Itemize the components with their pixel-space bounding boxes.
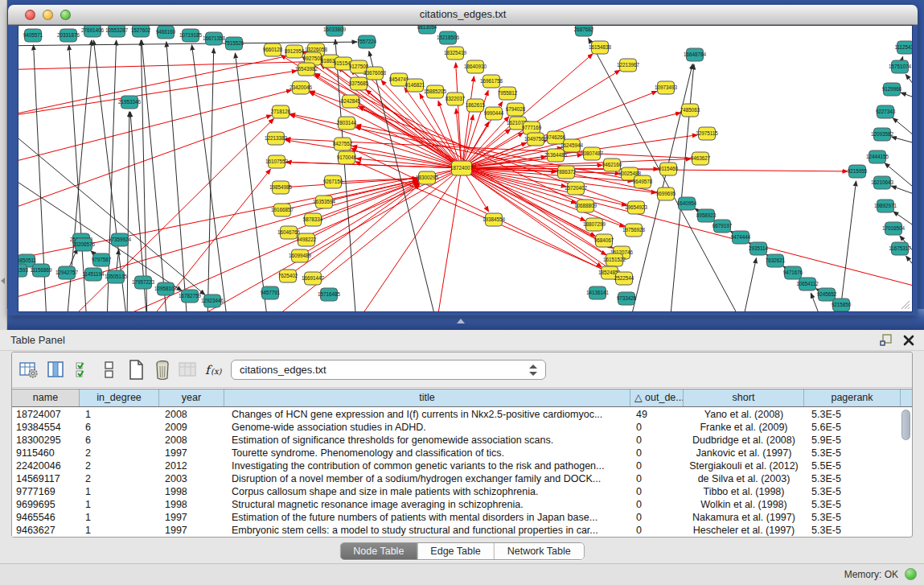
graph-node[interactable]: 9990444 [484,107,504,120]
table-cell[interactable]: Tourette syndrome. Phenomenology and cla… [224,447,630,459]
table-cell[interactable]: 0 [630,485,684,498]
graph-edge[interactable] [306,182,418,240]
table-cell[interactable]: 9463627 [12,524,80,537]
table-cell[interactable]: Dudbridge et al. (2008) [684,434,804,447]
table-cell[interactable]: 5.3E-5 [804,472,901,485]
graph-node[interactable]: 19654923 [625,201,648,214]
table-cell[interactable]: 2 [80,459,159,472]
graph-edge[interactable] [18,71,297,118]
tab-node-table[interactable]: Node Table [340,543,417,559]
table-cell[interactable]: 2009 [159,421,224,434]
graph-edge[interactable] [891,186,913,199]
graph-node[interactable]: 9474444 [731,231,751,244]
table-row[interactable]: 1872400712008Changes of HCN gene express… [12,408,901,421]
graph-edge[interactable] [892,137,913,146]
table-cell[interactable]: 9777169 [12,485,80,498]
graph-node[interactable]: 8958923 [696,209,717,222]
graph-node[interactable]: 16691447 [302,272,325,285]
graph-node[interactable]: 9170046 [337,151,357,164]
graph-node[interactable]: 10497568 [524,133,548,146]
table-cell[interactable]: 1997 [159,447,224,459]
table-cell[interactable]: Disruption of a novel member of a sodium… [224,472,630,485]
delete-table-icon[interactable] [152,360,173,381]
table-cell[interactable]: 22420046 [12,459,80,472]
table-row[interactable]: 1456911722003Disruption of a novel membe… [12,472,901,485]
graph-node[interactable]: 12975115 [696,127,718,140]
graph-node[interactable]: 8912954 [285,45,305,58]
table-cell[interactable]: 9699695 [12,498,80,511]
table-cell[interactable]: 1 [80,498,159,511]
float-window-icon[interactable] [880,334,892,346]
graph-edge[interactable] [18,61,321,70]
graph-node[interactable]: 21953346 [118,96,142,109]
table-cell[interactable]: 0 [630,447,684,459]
table-cell[interactable]: 1 [80,408,159,421]
graph-node[interactable]: 12444155 [866,150,889,163]
table-selector-dropdown[interactable]: citations_edges.txt [231,360,546,380]
table-cell[interactable]: 5.3E-5 [804,524,901,537]
table-row[interactable]: 977716911998Corpus callosum shape and si… [12,485,901,498]
table-row[interactable]: 946554611997Estimation of the future num… [12,511,901,524]
graph-node[interactable]: 17016504 [882,222,906,235]
graph-node[interactable]: 6679197 [713,220,733,233]
graph-node[interactable]: 6794028 [506,103,526,116]
table-cell[interactable]: 18300295 [12,434,80,447]
graph-node[interactable]: 19756928 [622,224,646,237]
graph-node[interactable]: 1862615 [466,99,486,112]
graph-node[interactable]: 19384554 [483,213,506,226]
table-cell[interactable]: 49 [630,408,684,421]
graph-node[interactable]: 13505135 [105,270,128,283]
graph-node[interactable]: 19166857 [271,204,294,216]
graph-node[interactable]: 9466160 [156,26,176,39]
table-cell[interactable]: Wolkin et al. (1998) [684,498,804,511]
graph-node[interactable]: 15751074 [889,60,912,73]
graph-node[interactable]: 10553287 [105,26,129,37]
table-cell[interactable]: 18724007 [12,408,80,421]
network-graph[interactable]: 9660128891295413226058992750816543982234… [18,26,913,312]
network-canvas[interactable]: 9660128891295413226058992750816543982234… [18,25,913,312]
graph-node[interactable]: 16671358 [203,32,226,45]
scrollbar-thumb[interactable] [901,410,910,440]
graph-edge[interactable] [142,40,167,312]
network-window[interactable]: citations_edges.txt 96601288912954132260… [8,5,918,315]
graph-node[interactable]: 5878334 [303,213,323,226]
graph-node[interactable]: 16154838 [589,41,612,54]
graph-node[interactable]: 9215955 [848,165,868,178]
graph-node[interactable]: 21364486 [544,149,568,162]
graph-node[interactable]: 16543982 [295,63,318,76]
graph-edge[interactable] [18,115,272,215]
table-cell[interactable]: Stergiakouli et al. (2012) [684,459,804,472]
graph-edge[interactable] [839,181,856,312]
graph-node[interactable]: 2935114 [749,242,769,255]
graph-node[interactable]: 17359924 [109,233,132,246]
graph-node[interactable]: 19854985 [269,181,293,194]
graph-node[interactable]: 9227343 [876,105,896,118]
table-cell[interactable]: Tibbo et al. (1998) [684,485,804,498]
table-row[interactable]: 1938455462009Genome-wide association stu… [12,421,901,434]
graph-node[interactable]: 2687682 [574,26,594,36]
graph-node[interactable]: 11451194 [82,268,105,281]
function-builder-icon[interactable]: f(x) [203,360,224,381]
table-cell[interactable]: 5.6E-5 [804,421,901,434]
table-cell[interactable]: 0 [630,472,684,485]
graph-node[interactable]: 12213967 [617,59,640,72]
graph-node[interactable]: 9242845 [341,95,361,108]
graph-node[interactable]: 9462160 [602,159,622,171]
column-header[interactable]: title [224,389,630,406]
graph-node[interactable]: 12923446 [201,295,224,307]
table-cell[interactable]: 2 [80,447,159,459]
graph-node[interactable]: 11675317 [889,242,911,255]
split-pane-handle-icon[interactable] [457,319,465,323]
graph-node[interactable]: 23676068 [363,67,387,80]
graph-node[interactable]: 9457791 [261,286,281,299]
table-cell[interactable]: 2008 [159,434,224,447]
table-row[interactable]: 969969511998Structural magnetic resonanc… [12,498,901,511]
graph-node[interactable]: 10654112 [796,278,819,290]
graph-node[interactable]: 9129966 [882,83,902,96]
table-cell[interactable]: 5.5E-5 [804,459,901,472]
graph-node[interactable]: 18300295 [416,171,439,184]
table-cell[interactable]: 1998 [159,485,224,498]
graph-edge[interactable] [462,76,474,168]
tab-edge-table[interactable]: Edge Table [417,543,494,559]
graph-node[interactable]: 16033809 [323,26,347,36]
